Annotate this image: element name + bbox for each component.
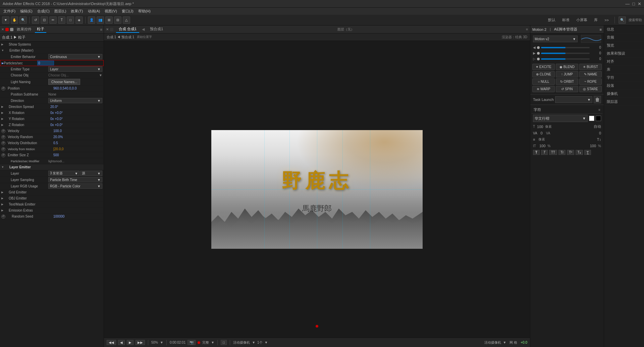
motion-left-arrow-3[interactable]: ▷ (533, 57, 536, 61)
y-rotation-value[interactable]: 0x +0.0° (50, 117, 102, 121)
spin-button[interactable]: ↺ SPIN (556, 86, 578, 92)
text-color-white[interactable] (589, 116, 594, 121)
motion-left-arrow-2[interactable]: ▶ (533, 51, 536, 55)
tool-person2[interactable]: 👥 (97, 16, 104, 24)
tool-person1[interactable]: 👤 (88, 16, 95, 24)
info-item-info[interactable]: 信息 (604, 25, 644, 34)
show-systems-row[interactable]: ▶ Show Systems (0, 42, 104, 48)
menu-file[interactable]: 文件(F) (1, 8, 17, 14)
orbit-button[interactable]: ↻ ORBIT (556, 78, 578, 85)
x-rotation-value[interactable]: 0x +0.0° (50, 111, 102, 115)
position-value[interactable]: 960.0,540.0,0.0 (53, 86, 102, 90)
info-item-preview[interactable]: 预览 (604, 42, 644, 50)
vc-camera-label[interactable]: 活动摄像机 (233, 340, 250, 345)
z-rotation-value[interactable]: 0x +0.0° (50, 123, 102, 127)
tab-precomp1[interactable]: 预合成1 (147, 26, 166, 33)
text-mask-emitter-row[interactable]: ▶ Text/Mask Emitter (0, 201, 104, 208)
warp-button[interactable]: ≋ WARP (532, 86, 555, 92)
menu-window[interactable]: 窗口(J) (120, 8, 136, 14)
workspace-library[interactable]: 库 (592, 17, 600, 23)
emitter-size-z-stopwatch[interactable]: ⏱ (1, 153, 5, 157)
velocity-from-motion-value[interactable]: [20.0,0 (53, 147, 102, 151)
vc-zoom-label[interactable]: 50% (151, 341, 158, 344)
tool-align[interactable]: ⊞ (105, 16, 113, 24)
motion-left-arrow-1[interactable]: ◀ (533, 46, 536, 49)
info-item-camera[interactable]: 摄像机 (604, 90, 644, 98)
menu-composition[interactable]: 合成(C) (35, 8, 52, 14)
workspace-default[interactable]: 默认 (546, 17, 557, 23)
layer-src-dropdown[interactable]: 源 ▼ (80, 171, 102, 176)
info-item-effects[interactable]: 效果和预设 (604, 50, 644, 58)
info-item-audio[interactable]: 音频 (604, 34, 644, 42)
clone-button[interactable]: ⊕ CLONE (532, 71, 555, 77)
fmt-italic[interactable]: T (541, 150, 548, 155)
maximize-button[interactable]: □ (632, 1, 635, 6)
particles-sec-input[interactable] (37, 61, 54, 65)
workspace-small[interactable]: 小屏幕 (574, 17, 589, 23)
burst-button[interactable]: ✳ BURST (579, 64, 602, 70)
vc-play[interactable]: ▶ (127, 340, 133, 345)
layer-rgb-dropdown[interactable]: RGB - Particle Color ▼ (48, 183, 102, 189)
emitter-master-row[interactable]: ▼ Emitter (Master) (0, 48, 104, 54)
info-item-tracker[interactable]: 限踪器 (604, 98, 644, 106)
layer-emitter-header[interactable]: ▼ Layer Emitter (0, 164, 104, 170)
velocity-distribution-value[interactable]: 0.5 (53, 141, 102, 145)
tool-zoom[interactable]: 🔍 (19, 16, 27, 24)
task-delete-button[interactable]: 🗑 (594, 96, 601, 103)
choose-names-button[interactable]: Choose Names... (48, 79, 80, 85)
vc-play-rev[interactable]: ◀◀ (107, 340, 116, 345)
search-help-button[interactable]: 🔍 (619, 16, 626, 24)
tool-text[interactable]: T (58, 16, 65, 24)
stare-button[interactable]: ◎ STARE (579, 86, 602, 92)
fmt-t-under[interactable]: T̲ (584, 150, 591, 155)
tool-puppet[interactable]: ◈ (75, 16, 83, 24)
menu-layer[interactable]: 图层(L) (52, 8, 68, 14)
workspace-more[interactable]: >> (602, 17, 611, 23)
velocity-from-motion-stopwatch[interactable]: ⏱ (1, 147, 5, 151)
grid-emitter-row[interactable]: ▶ Grid Emitter (0, 189, 104, 195)
layer-prop-dropdown[interactable]: 3 发射器 ▼ (48, 171, 79, 176)
info-item-char[interactable]: 字符 (604, 74, 644, 82)
tool-hand[interactable]: ✋ (11, 16, 18, 24)
menu-animation[interactable]: 动画(A) (86, 8, 102, 14)
name-button[interactable]: ✎ NAME (579, 71, 602, 77)
menu-edit[interactable]: 编辑(E) (18, 8, 35, 14)
vc-snapshot[interactable]: 📷 (187, 340, 196, 345)
direction-spread-value[interactable]: 20.0° (50, 105, 102, 109)
random-seed-value[interactable]: 100000 (53, 215, 102, 218)
excite-button[interactable]: ✦ EXCITE (532, 64, 555, 70)
emitter-size-z-value[interactable]: 500 (53, 153, 102, 157)
tool-rotate[interactable]: ↺ (32, 16, 39, 24)
motion-panel-menu[interactable]: ≡ (600, 27, 602, 32)
info-item-align[interactable]: 对齐 (604, 58, 644, 66)
fmt-t-sup[interactable]: T² (567, 150, 574, 155)
random-seed-stopwatch[interactable]: ⏱ (1, 215, 5, 219)
panel-menu-icon[interactable]: ≡ (100, 27, 102, 32)
null-button[interactable]: ○ NULL (532, 78, 555, 85)
velocity-random-value[interactable]: 20.0% (53, 135, 102, 139)
info-item-paragraph[interactable]: 段落 (604, 82, 644, 90)
velocity-random-stopwatch[interactable]: ⏱ (1, 135, 5, 139)
info-item-library[interactable]: 库 (604, 66, 644, 74)
workspace-standard[interactable]: 标准 (560, 17, 572, 23)
vc-step-back[interactable]: ◀ (118, 340, 125, 345)
tool-shape[interactable]: □ (67, 16, 74, 24)
fmt-bold[interactable]: T (533, 150, 540, 155)
rope-button[interactable]: ~ ROPE (579, 78, 602, 85)
close-button[interactable]: ✕ (638, 1, 641, 6)
velocity-value[interactable]: 100.0 (53, 129, 102, 133)
vc-overlay[interactable]: 网 格 (509, 340, 517, 345)
fmt-tt[interactable]: TT (549, 150, 557, 155)
tab-particles[interactable]: 粒子 (35, 26, 46, 33)
velocity-distribution-stopwatch[interactable]: ⏱ (1, 141, 5, 145)
motion-slider-1[interactable] (541, 47, 590, 48)
emission-extras-row[interactable]: ▶ Emission Extras (0, 208, 104, 214)
obj-emitter-row[interactable]: ▶ OBJ Emitter (0, 195, 104, 201)
jump-button[interactable]: ↑ JUMP (556, 71, 578, 77)
fmt-t-sub[interactable]: T₂ (576, 150, 583, 155)
velocity-stopwatch[interactable]: ⏱ (1, 129, 5, 133)
task-launch-dropdown[interactable]: ▼ (555, 96, 592, 103)
tool-3d[interactable]: △ (123, 16, 130, 24)
menu-effect[interactable]: 效果(T) (69, 8, 85, 14)
motion-slider-3[interactable] (541, 58, 590, 60)
